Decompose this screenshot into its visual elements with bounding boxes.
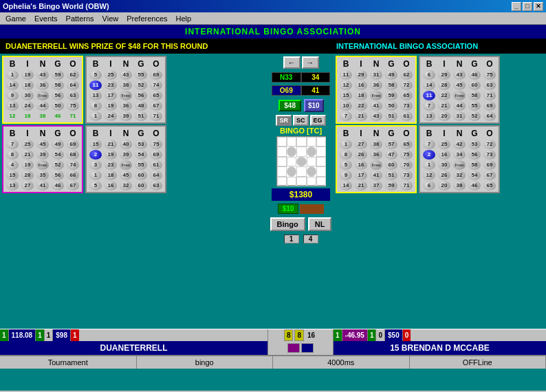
menu-events[interactable]: Events [30, 14, 62, 23]
back-button[interactable]: ← [283, 56, 301, 69]
right-status-2: 1 [368, 329, 377, 341]
right-status-0: 0 [376, 329, 385, 341]
middle-panel: ← → N33 34 O69 41 $48 $10 SR SC EG [268, 54, 334, 329]
maximize-button[interactable]: □ [523, 2, 532, 11]
brown-box [300, 204, 324, 214]
close-button[interactable]: ✕ [534, 2, 543, 11]
stepper-1: 1 [284, 235, 299, 243]
left-player-name: DUANETERRELL [0, 341, 268, 355]
right-dollar: $50 [385, 329, 403, 341]
announce-right: INTERNATIONAL BINGO ASSOCIATION [268, 39, 546, 54]
announce-left: DUANETERRELL WINS PRIZE OF $48 FOR THIS … [0, 39, 268, 54]
card-2: BINGO 5 25 43 55 69 11 23 38 52 [85, 56, 166, 124]
call-number: 34 [301, 72, 331, 83]
bingo-tc-label: BINGO [TC] [280, 127, 322, 135]
bingo-button[interactable]: Bingo [270, 217, 305, 231]
status-bingo: bingo [137, 356, 274, 369]
prize-button[interactable]: $48 [279, 100, 301, 111]
eg-button[interactable]: EG [310, 115, 326, 126]
card-5: BINGO 11 29 31 49 62 12 16 36 58 [336, 56, 417, 124]
color-blue [301, 343, 314, 353]
nl-button[interactable]: NL [308, 217, 332, 231]
small-money-display: $10 [278, 204, 299, 214]
card-8: BINGO 7 25 42 53 72 2 16 34 56 [419, 125, 500, 193]
left-status-3: 1 [45, 329, 54, 341]
status-tournament: Tournament [0, 356, 137, 369]
last-call: O69 [272, 85, 301, 96]
menu-bar: Game Events Patterns View Preferences He… [0, 12, 546, 25]
card-6: BINGO 6 29 43 46 75 14 28 45 60 [419, 56, 500, 124]
stepper-4: 4 [303, 235, 318, 243]
minimize-button[interactable]: _ [512, 2, 521, 11]
title-bar: Ophelia's Bingo World (OBW) _ □ ✕ [0, 0, 546, 12]
bottom-bar: Tournament bingo 4000ms OFFLine [0, 355, 546, 369]
forward-button[interactable]: → [302, 56, 319, 69]
sr-button[interactable]: SR [276, 115, 292, 126]
window-title: Ophelia's Bingo World (OBW) [3, 2, 109, 10]
top-banner: INTERNATIONAL BINGO ASSOCIATION [0, 25, 546, 39]
mid-yellow-2: 8 [294, 329, 304, 341]
card-4: BINGO 15 21 40 53 75 2 19 39 54 [85, 125, 166, 193]
right-player-name: 15 BRENDAN D MCCABE [334, 341, 546, 355]
color-purple [287, 343, 300, 353]
right-status-1: 1 [334, 329, 342, 341]
menu-game[interactable]: Game [1, 14, 30, 23]
menu-view[interactable]: View [98, 14, 123, 23]
main-content: INTERNATIONAL BINGO ASSOCIATION DUANETER… [0, 25, 546, 391]
big-money-display: $1380 [272, 188, 330, 201]
right-red-num: 0 [403, 329, 411, 341]
menu-help[interactable]: Help [172, 14, 196, 23]
left-red-num: 1 [71, 329, 79, 341]
left-status-2: 1 [36, 329, 45, 341]
ten-dollar-button[interactable]: $10 [304, 99, 324, 112]
right-score: -46.95 [342, 329, 368, 341]
menu-patterns[interactable]: Patterns [62, 14, 98, 23]
card-3: BINGO 7 25 45 49 69 8 21 39 54 [2, 125, 83, 193]
current-call: N33 [272, 72, 301, 83]
card-1: BINGO 1 19 43 59 62 14 18 36 58 [2, 56, 83, 124]
card-7: BINGO 1 27 38 57 65 8 26 36 47 [336, 125, 417, 193]
mid-yellow-1: 8 [284, 329, 294, 341]
menu-preferences[interactable]: Preferences [122, 14, 171, 23]
left-dollar: $98 [53, 329, 71, 341]
last-call-num: 41 [301, 85, 331, 96]
status-ms: 4000ms [273, 356, 410, 369]
mid-num-16: 16 [305, 329, 317, 341]
left-score: 118.08 [9, 329, 36, 341]
status-offline: OFFLine [410, 356, 547, 369]
sc-button[interactable]: SC [293, 115, 309, 126]
left-status-1: 1 [0, 329, 9, 341]
